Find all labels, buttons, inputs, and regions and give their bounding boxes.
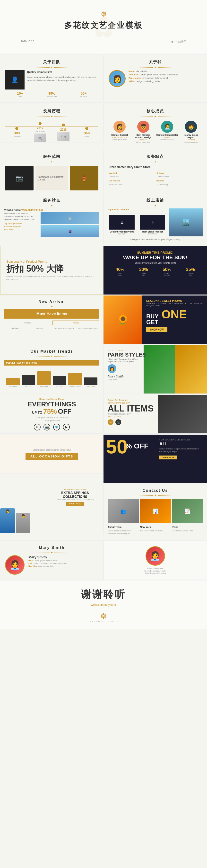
- chart-label-0: Main Item: [6, 385, 20, 387]
- popular-items: Popular Fashion Top Items: [4, 360, 99, 366]
- es-sub: SAVE AN EXTRA $30 OFF (USE PROMO): [51, 499, 99, 501]
- product-desc-1: New Arrival: [140, 233, 165, 235]
- fs-shop-now-button[interactable]: SHOP NOW: [160, 456, 177, 459]
- seasonal-hot-text: Lorem ipsum dolor sit amet consectetur a…: [6, 275, 97, 281]
- summer-stat-0: 40% Order Color: [116, 267, 125, 276]
- ss-content: Lorem ipsum dolor sit amet consectetur a…: [4, 212, 99, 237]
- market-trends-title: Our Market Trends: [4, 349, 99, 353]
- es-person-2: 👦: [16, 513, 30, 533]
- summer-title: Summer Time Promo!: [108, 251, 202, 254]
- summer-time-section: Summer Time Promo! WAKE UP FOR THE SUN! …: [104, 246, 207, 294]
- ed-icon-1: 📷: [43, 424, 50, 431]
- chart-bars: [4, 368, 99, 385]
- fs-big: 50: [106, 437, 128, 457]
- row-arrival-sweet: New Arrival ✦ Must Have Items Clothes Je…: [0, 296, 207, 344]
- market-trends-subtitle: ✦: [4, 354, 99, 358]
- seasonal-sweet-section: 🌻 Seasonal Sweet Promo SUPER HOT, ONE AN…: [104, 296, 207, 344]
- na-cat-clothes: Clothes: [4, 320, 51, 325]
- field-label-about: About Me:: [129, 73, 139, 76]
- ao-title: ALL OCCASION GIFTS: [26, 453, 78, 460]
- member-name-1: Best Member Product Design: [132, 134, 154, 138]
- member-role-3: Marketing: [180, 138, 202, 141]
- store-item-0: New York 123 Main St: [109, 172, 154, 179]
- online-store-products: Top Selling Products 💻 Content Product P…: [108, 209, 167, 237]
- row-trends-paris: Our Market Trends ✦ Popular Fashion Top …: [0, 345, 207, 394]
- timeline-item-0: 2010 Founded: [5, 127, 28, 137]
- ss-about: Lorem ipsum dolor sit amet consectetur a…: [4, 212, 38, 221]
- market-title: Handmade & Handicraft Market: [37, 176, 66, 181]
- ai-icons: ✉ 📷: [108, 419, 203, 425]
- bar-0: [6, 378, 20, 385]
- team-stat-1: 99% Satisfaction: [37, 91, 67, 97]
- ai-code: (USE PROMO): [108, 415, 203, 417]
- field-value-about: Lorem ipsum dolor sit amet consectetur: [140, 73, 178, 76]
- date-label: 2020.10.20: [21, 40, 34, 43]
- stat-lbl-1: Satisfaction: [37, 95, 67, 97]
- about-section: 关于我 ✦ 👩 Name: Mary Smith About Me: Lorem…: [104, 55, 207, 103]
- new-arrival-subtitle: ✦: [4, 305, 99, 308]
- contact-section: Contact Us ✦ 👥 📊 📈 About Team Lorem ipsu…: [104, 484, 207, 539]
- row-team-about: 关于团队 ✦ 👤 Quality Comes First Lorem ipsum…: [0, 55, 207, 103]
- service-store-subtitle: ✦: [109, 160, 202, 164]
- history-section: 发展历程 ✦ 2010 Founded 2017 Expansion img 2: [0, 103, 104, 143]
- timeline-item-1: 2017 Expansion img: [28, 122, 52, 142]
- paris-name: Mary Smith: [108, 378, 203, 381]
- summer-stat-2: 50% Order Quality: [163, 267, 171, 276]
- row-history-members: 发展历程 ✦ 2010 Founded 2017 Expansion img 2: [0, 103, 207, 148]
- summer-order-1: Style: [139, 274, 148, 276]
- shop-now-button[interactable]: SHOP NOW: [146, 328, 167, 332]
- timeline-item-2: 2018 img: [52, 124, 75, 141]
- contact-col-2: Paris 456 Rue de Rivoli, Paris: [172, 525, 203, 535]
- team-title: 关于团队: [5, 60, 98, 65]
- member-role-0: Creative Director: [109, 136, 131, 138]
- service-images: 📷 Handmade & Handicraft Market 🏺: [5, 166, 98, 190]
- product-name-1: Best Brand Product: [140, 230, 165, 233]
- chart-labels: Main Item Bar Chart Main Item Bar Chart …: [4, 385, 99, 387]
- summer-pct-2: 50%: [163, 267, 171, 272]
- cat-3: Best Sellers: [4, 228, 38, 231]
- buy-get-labels: BUY GET: [146, 313, 159, 325]
- members-title: 核心成员: [109, 109, 202, 114]
- timeline-img-2: img: [57, 132, 69, 141]
- store-building-image: 🏙️: [169, 209, 203, 237]
- chart-label-4: Leather Shoes: [68, 385, 82, 387]
- field-label-exp: Experience:: [129, 77, 141, 79]
- store-info: Store Name: Mary Smith Store New York 12…: [109, 165, 202, 187]
- mary-title: Mary Smith: [5, 546, 98, 550]
- building-image: 🏢: [41, 212, 99, 224]
- team-subtitle: ✦: [5, 66, 98, 69]
- mary-name: Mary Smith: [28, 555, 98, 559]
- about-field-name: Name: Mary Smith: [129, 70, 202, 72]
- contact-photo-chart2: 📈: [172, 499, 203, 523]
- cat-1: Top Selling Products: [4, 222, 38, 225]
- member-avatar-3: 🧑: [185, 121, 197, 133]
- product-img-0: 💻: [109, 215, 135, 229]
- quality-label: Quality Comes First: [27, 70, 98, 74]
- summer-pct-0: 40%: [116, 267, 125, 272]
- extended-big-area: EVERYTHINGS UP TO 75% OFF: [5, 401, 98, 415]
- seasonal-hot-section: Seasonal Hot Product Promo 折扣 50% 大降 Lor…: [0, 246, 104, 294]
- thankyou-text: 谢谢聆听: [81, 588, 126, 601]
- ai-icon-dark: 📷: [115, 419, 121, 425]
- mary-right-details: Name: Mary Smith About: Lorem ipsum dolo…: [144, 568, 166, 574]
- timeline-dot-2: [62, 124, 65, 126]
- na-item-all: All Styles: [4, 327, 27, 329]
- fs-header: For Summer Collections: [160, 438, 203, 441]
- new-arrival-section: New Arrival ✦ Must Have Items Clothes Je…: [0, 296, 104, 344]
- thankyou-slide: 谢谢聆听 www.company.com ☸ HANDCRAFT STUDIO: [0, 581, 207, 629]
- bar-3: [53, 376, 66, 385]
- ai-big: ALL ITEMS: [108, 404, 203, 413]
- timeline-dot-1: [39, 122, 41, 125]
- mary-detail-2: New Idea: Lorem ipsum dolor: [28, 565, 98, 567]
- mary-smith-section: Mary Smith ✦ 🧑‍💼 Mary Smith Help: Lorem …: [0, 540, 104, 580]
- es-person-1: 👩: [0, 508, 15, 533]
- contact-subtitle: ✦: [108, 494, 203, 497]
- about-content: 👩 Name: Mary Smith About Me: Lorem ipsum…: [109, 70, 202, 87]
- about-fields: Name: Mary Smith About Me: Lorem ipsum d…: [129, 70, 202, 84]
- online-store-content: Top Selling Products 💻 Content Product P…: [108, 209, 203, 237]
- service-area-title: 服务范围: [5, 154, 98, 159]
- summer-order-0: Color: [116, 274, 125, 276]
- timeline-text-1: Expansion: [28, 130, 52, 132]
- product-img-1: 📱: [140, 215, 165, 229]
- contact-col-0: About Team Lorem ipsum dolor sit amet co…: [108, 525, 138, 535]
